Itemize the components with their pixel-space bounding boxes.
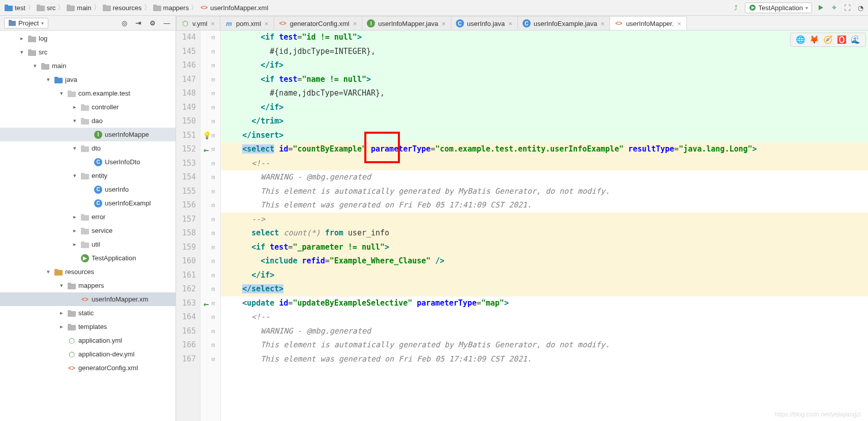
intention-bulb-icon[interactable]: 💡 — [202, 131, 211, 139]
collapse-icon[interactable]: ⇥ — [134, 18, 143, 27]
opera-icon[interactable]: 🅾️ — [837, 35, 847, 44]
editor-tab[interactable]: ⬡v.yml× — [176, 16, 220, 30]
breadcrumb-item[interactable]: test — [3, 4, 26, 12]
tree-twisty[interactable]: ▾ — [32, 63, 39, 69]
fold-icon[interactable]: ⊟ — [212, 188, 215, 195]
tree-twisty[interactable]: ▾ — [58, 90, 65, 97]
profile-icon[interactable]: ◔ — [856, 3, 865, 12]
tree-twisty[interactable]: ▸ — [18, 35, 25, 42]
breadcrumb-item[interactable]: main — [65, 4, 92, 12]
code-line[interactable]: </select> — [221, 282, 868, 296]
code-line[interactable]: <if test="id != null"> — [221, 31, 868, 45]
fold-icon[interactable]: ⊟ — [212, 146, 215, 153]
code-line[interactable]: This element is automatically generated … — [221, 185, 868, 199]
fold-icon[interactable]: ⊟ — [212, 230, 215, 236]
fold-icon[interactable]: ⊟ — [212, 132, 215, 139]
code-line[interactable]: </if> — [221, 101, 868, 115]
code-line[interactable]: <select id="countByExample" parameterTyp… — [221, 142, 868, 157]
tree-twisty[interactable]: ▸ — [71, 214, 78, 220]
tree-item[interactable]: ▶TestApplication — [0, 251, 176, 265]
tree-item[interactable]: ▾dto — [0, 141, 176, 155]
debug-icon[interactable]: ⌖ — [829, 3, 838, 12]
close-icon[interactable]: × — [441, 20, 447, 27]
safari-icon[interactable]: 🧭 — [823, 35, 833, 44]
tree-item[interactable]: ▾entity — [0, 169, 176, 183]
code-line[interactable]: <include refid="Example_Where_Clause" /> — [221, 254, 868, 268]
tree-item[interactable]: CUserInfoDto — [0, 155, 176, 169]
code-line[interactable]: This element was generated on Fri Feb 05… — [221, 352, 868, 367]
tree-twisty[interactable]: ▸ — [71, 241, 78, 248]
fold-icon[interactable]: ⊟ — [212, 62, 215, 69]
close-icon[interactable]: × — [210, 20, 216, 27]
close-icon[interactable]: × — [264, 20, 270, 27]
run-config-select[interactable]: TestApplication ▾ — [745, 3, 812, 13]
code-line[interactable]: --> — [221, 213, 868, 227]
fold-icon[interactable]: ⊟ — [212, 76, 215, 83]
tree-twisty[interactable]: ▸ — [71, 104, 78, 110]
code-line[interactable]: This element was generated on Fri Feb 05… — [221, 198, 868, 213]
code-line[interactable]: <if test="name != null"> — [221, 73, 868, 87]
code-line[interactable]: </insert> — [221, 129, 868, 143]
tree-item[interactable]: ▸util — [0, 237, 176, 251]
breadcrumb-item[interactable]: src — [35, 4, 56, 12]
fold-icon[interactable]: ⊟ — [212, 300, 215, 307]
code-line[interactable]: </if> — [221, 58, 868, 73]
close-icon[interactable]: × — [507, 20, 513, 27]
code-editor[interactable]: 1441451461471481491501511521531541551561… — [176, 31, 868, 421]
fold-icon[interactable]: ⊟ — [212, 272, 215, 279]
tree-twisty[interactable]: ▾ — [71, 117, 78, 124]
tree-item[interactable]: ▾resources — [0, 265, 176, 279]
tree-item[interactable]: ▸service — [0, 224, 176, 237]
coverage-icon[interactable]: ⛶ — [843, 3, 852, 12]
fold-icon[interactable]: ⊟ — [212, 202, 215, 208]
tree-item[interactable]: ▾dao — [0, 114, 176, 128]
tree-item[interactable]: ▸templates — [0, 320, 176, 334]
tree-item[interactable]: ▸static — [0, 306, 176, 320]
code-line[interactable]: <if test="_parameter != null"> — [221, 240, 868, 255]
editor-tab[interactable]: mpom.xml× — [220, 16, 274, 30]
code-line[interactable]: This element is automatically generated … — [221, 338, 868, 352]
tree-item[interactable]: ⬡application-dev.yml — [0, 347, 176, 361]
fold-icon[interactable]: ⊟ — [212, 174, 215, 181]
editor-tab[interactable]: CuserInfo.java× — [451, 16, 518, 30]
breadcrumb-item[interactable]: resources — [101, 4, 143, 12]
code-line[interactable]: #{name,jdbcType=VARCHAR}, — [221, 86, 868, 101]
firefox-icon[interactable]: 🦊 — [809, 35, 819, 44]
code-line[interactable]: WARNING - @mbg.generated — [221, 170, 868, 185]
code-line[interactable]: <update id="updateByExampleSelective" pa… — [221, 296, 868, 311]
fold-icon[interactable]: ⊟ — [212, 160, 215, 167]
tree-twisty[interactable]: ▾ — [18, 49, 25, 55]
close-icon[interactable]: × — [600, 20, 606, 27]
close-icon[interactable]: × — [676, 20, 682, 27]
project-view-select[interactable]: Project ▾ — [4, 18, 48, 28]
code-line[interactable]: #{id,jdbcType=INTEGER}, — [221, 45, 868, 59]
code-line[interactable]: <!-- — [221, 157, 868, 171]
fold-icon[interactable]: ⊟ — [212, 356, 215, 363]
code-line[interactable]: </trim> — [221, 114, 868, 129]
fold-icon[interactable]: ⊟ — [212, 314, 215, 320]
code-line[interactable]: WARNING - @mbg.generated — [221, 324, 868, 339]
breadcrumb-item[interactable]: mappers — [152, 4, 190, 12]
code-line[interactable]: select count(*) from user_info — [221, 226, 868, 240]
tree-item[interactable]: CuserInfo — [0, 183, 176, 196]
fold-icon[interactable]: ⊟ — [212, 48, 215, 55]
tree-twisty[interactable]: ▾ — [45, 76, 52, 83]
fold-icon[interactable]: ⊟ — [212, 34, 215, 41]
tree-item[interactable]: ▾main — [0, 59, 176, 73]
code-area[interactable]: 🌐 🦊 🧭 🅾️ 🌊 <if test="id != null"> #{id,j… — [221, 31, 868, 421]
tree-twisty[interactable]: ▾ — [71, 172, 78, 179]
gutter-nav-icon[interactable]: ← — [204, 144, 209, 155]
tree-item[interactable]: ▸error — [0, 210, 176, 224]
marker-bar[interactable]: ⊟⊟⊟⊟⊟⊟⊟💡⊟←⊟⊟⊟⊟⊟⊟⊟⊟⊟⊟⊟←⊟⊟⊟⊟⊟ — [200, 31, 221, 421]
run-icon[interactable] — [816, 3, 825, 12]
tree-twisty[interactable]: ▾ — [58, 282, 65, 289]
edge-icon[interactable]: 🌊 — [851, 35, 860, 44]
fold-icon[interactable]: ⊟ — [212, 118, 215, 125]
editor-tab[interactable]: <>userInfoMapper.× — [610, 16, 687, 30]
editor-tab[interactable]: CuserInfoExample.java× — [517, 16, 611, 30]
editor-tab[interactable]: <>generatorConfig.xml× — [274, 16, 363, 30]
tree-twisty[interactable]: ▾ — [71, 145, 78, 152]
tree-item[interactable]: CuserInfoExampl — [0, 196, 176, 210]
fold-icon[interactable]: ⊟ — [212, 104, 215, 111]
chrome-icon[interactable]: 🌐 — [796, 35, 805, 44]
